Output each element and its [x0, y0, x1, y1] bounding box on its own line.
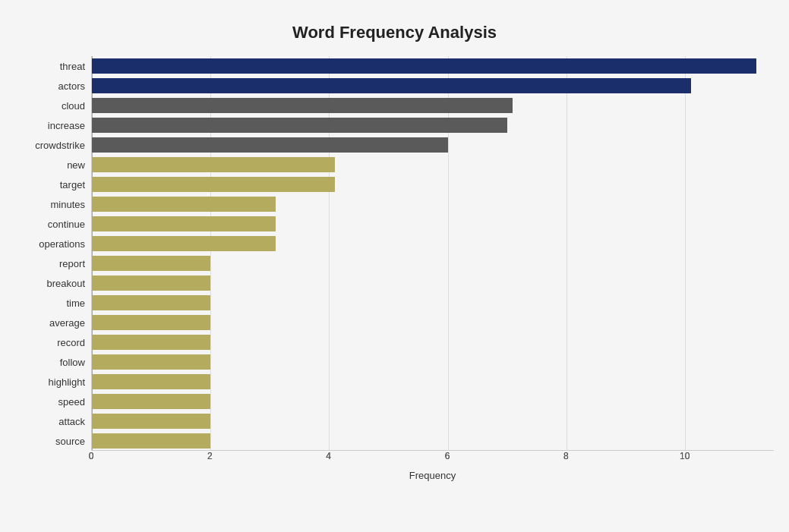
- bar-follow: [92, 354, 210, 370]
- y-label-actors: actors: [58, 76, 85, 96]
- chart-container: Word Frequency Analysis threatactorsclou…: [8, 8, 781, 532]
- bar-new: [92, 157, 335, 172]
- y-label-follow: follow: [60, 352, 85, 372]
- y-label-attack: attack: [58, 411, 85, 431]
- x-tick-10: 10: [680, 451, 690, 461]
- y-label-source: source: [55, 431, 85, 451]
- bar-cloud: [92, 98, 513, 113]
- bar-time: [92, 295, 210, 310]
- bar-speed: [92, 394, 210, 409]
- bar-average: [92, 315, 210, 330]
- bar-highlight: [92, 374, 210, 389]
- x-tick-0: 0: [89, 451, 94, 461]
- bar-continue: [92, 216, 276, 231]
- bar-source: [92, 433, 210, 449]
- bar-record: [92, 335, 210, 350]
- bar-actors: [92, 78, 691, 93]
- y-axis-labels: threatactorscloudincreasecrowdstrikenewt…: [15, 56, 91, 451]
- y-label-continue: continue: [48, 214, 85, 234]
- y-label-breakout: breakout: [46, 273, 85, 293]
- bar-attack: [92, 414, 210, 429]
- y-label-speed: speed: [58, 392, 85, 411]
- bar-increase: [92, 118, 507, 133]
- x-axis-label: Frequency: [15, 470, 774, 481]
- x-tick-8: 8: [563, 451, 569, 461]
- y-label-operations: operations: [39, 234, 85, 253]
- x-tick-2: 2: [207, 451, 213, 461]
- y-label-report: report: [59, 253, 85, 273]
- y-label-minutes: minutes: [50, 194, 85, 214]
- y-label-crowdstrike: crowdstrike: [35, 135, 85, 155]
- y-label-increase: increase: [48, 115, 85, 135]
- y-label-time: time: [66, 293, 85, 313]
- chart-title: Word Frequency Analysis: [15, 23, 774, 42]
- bar-target: [92, 177, 335, 192]
- y-label-threat: threat: [60, 56, 85, 76]
- x-tick-4: 4: [326, 451, 331, 461]
- bar-crowdstrike: [92, 137, 448, 153]
- bar-threat: [92, 58, 756, 74]
- y-label-cloud: cloud: [62, 96, 85, 115]
- y-label-average: average: [49, 313, 85, 332]
- x-tick-6: 6: [445, 451, 450, 461]
- y-label-target: target: [60, 175, 85, 194]
- bar-report: [92, 256, 210, 271]
- bar-breakout: [92, 275, 210, 291]
- y-label-record: record: [57, 332, 85, 352]
- y-label-highlight: highlight: [49, 372, 85, 392]
- y-label-new: new: [67, 155, 85, 175]
- bar-minutes: [92, 197, 276, 212]
- bar-operations: [92, 236, 276, 251]
